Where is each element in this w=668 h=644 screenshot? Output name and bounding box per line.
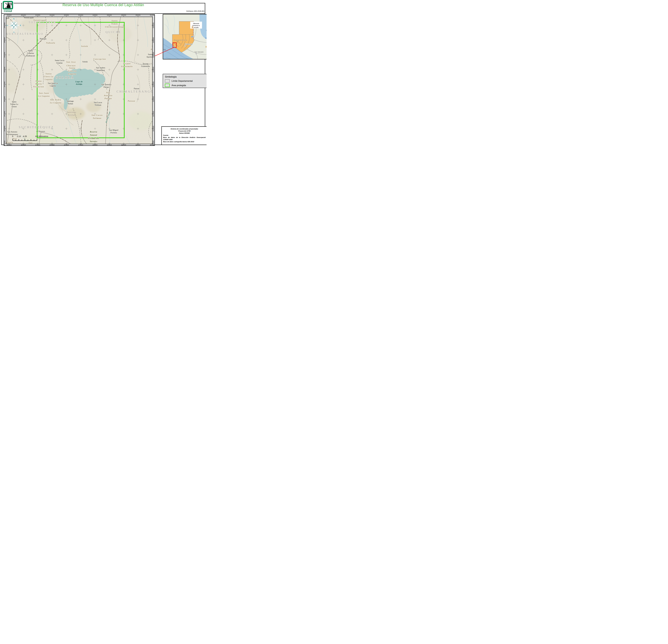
svg-text:440000: 440000 bbox=[121, 14, 126, 16]
svg-text:420000: 420000 bbox=[64, 14, 69, 16]
svg-text:1645000: 1645000 bbox=[153, 22, 154, 28]
legend-item-departmental-limit: Límite Departamental bbox=[165, 79, 207, 83]
department-label: QUICHÉ bbox=[105, 30, 121, 34]
municipality-label: Patzun bbox=[128, 100, 135, 102]
info-line: Sistema de coordenadas proyectadas bbox=[163, 128, 206, 130]
svg-text:Ho: Ho bbox=[206, 46, 207, 48]
svg-text:San Salvador: San Salvador bbox=[194, 51, 203, 53]
municipality-label: Sololá bbox=[81, 45, 88, 47]
svg-text:425000: 425000 bbox=[78, 14, 83, 16]
svg-text:resuelto: resuelto bbox=[194, 27, 199, 28]
department-label: SOLOLÁ bbox=[56, 76, 74, 79]
conap-monkey-icon bbox=[2, 1, 13, 10]
svg-text:410000: 410000 bbox=[35, 14, 40, 16]
svg-text:445000: 445000 bbox=[135, 144, 140, 146]
info-line: Base de datos cartografía básica IGN 201… bbox=[163, 141, 206, 143]
inset-locator-map: GuatemalaGuatemalaSan SalvadorHoBGuHond7… bbox=[163, 14, 207, 59]
conap-logo-text: CONAP bbox=[2, 10, 14, 12]
legend-item-protected-area: Área protegida bbox=[165, 83, 207, 87]
svg-text:420000: 420000 bbox=[64, 144, 69, 146]
svg-text:1640000: 1640000 bbox=[4, 37, 5, 43]
town-label: Chicacao bbox=[37, 130, 45, 132]
municipality-label: SantaCruz LaLaguna bbox=[68, 67, 77, 75]
svg-text:1625000: 1625000 bbox=[4, 82, 5, 87]
town-label: Sololá bbox=[82, 61, 88, 63]
legend: Simbología Límite Departamental Área pro… bbox=[163, 74, 207, 88]
svg-text:Guatemala: Guatemala bbox=[185, 43, 193, 45]
svg-text:8.5 Kilómetros: 8.5 Kilómetros bbox=[35, 135, 48, 137]
town-label: Nahuala bbox=[40, 38, 46, 40]
svg-text:435000: 435000 bbox=[107, 144, 112, 146]
department-label: TOTONICAPÁN bbox=[28, 21, 56, 24]
svg-text:1645000: 1645000 bbox=[4, 22, 5, 28]
svg-text:1630000: 1630000 bbox=[153, 67, 154, 73]
svg-text:415000: 415000 bbox=[49, 14, 55, 16]
info-line: Datum WGS84 bbox=[163, 132, 206, 134]
svg-text:435000: 435000 bbox=[107, 14, 112, 16]
svg-text:E: E bbox=[20, 24, 21, 27]
svg-text:4.25: 4.25 bbox=[23, 135, 27, 137]
municipality-label: San bbox=[13, 138, 17, 140]
svg-text:721: 721 bbox=[163, 49, 166, 50]
main-map: TOTONICAPÁNQUETZALTENANGOQUICHÉSOLOLÁCHI… bbox=[4, 14, 155, 146]
svg-text:415000: 415000 bbox=[49, 144, 55, 146]
svg-text:1640000: 1640000 bbox=[153, 37, 154, 43]
page-title: Reserva de Uso Multiple Cuenca del Lago … bbox=[27, 3, 180, 7]
svg-text:Guatemala: Guatemala bbox=[174, 39, 187, 41]
legend-title: Simbología bbox=[165, 76, 207, 78]
svg-text:B: B bbox=[192, 26, 194, 28]
svg-text:1605000: 1605000 bbox=[153, 141, 154, 146]
svg-text:S: S bbox=[13, 31, 15, 33]
header-divider bbox=[1, 13, 205, 14]
info-line: Fuente: bbox=[163, 134, 206, 136]
document-id: DAGeos-335-2026-BS bbox=[186, 10, 204, 12]
svg-text:0: 0 bbox=[12, 135, 13, 137]
svg-text:1615000: 1615000 bbox=[153, 111, 154, 117]
map-document: CONAP Reserva de Uso Multiple Cuenca del… bbox=[0, 0, 207, 146]
svg-text:450000: 450000 bbox=[150, 14, 155, 16]
svg-text:1610000: 1610000 bbox=[4, 126, 5, 131]
svg-text:405000: 405000 bbox=[21, 144, 26, 146]
svg-text:410000: 410000 bbox=[35, 144, 40, 146]
info-line: Base de datos de la Dirección Análisis G… bbox=[163, 136, 206, 139]
svg-text:430000: 430000 bbox=[93, 14, 97, 16]
svg-text:1605000: 1605000 bbox=[4, 141, 5, 146]
municipality-label: San bbox=[29, 142, 33, 144]
svg-text:1630000: 1630000 bbox=[4, 67, 5, 73]
town-label: Patzun bbox=[134, 88, 139, 90]
svg-text:1635000: 1635000 bbox=[4, 52, 5, 58]
svg-text:400000: 400000 bbox=[7, 14, 12, 16]
protected-area-swatch bbox=[165, 83, 170, 87]
svg-text:Gu: Gu bbox=[206, 30, 207, 31]
conap-logo: CONAP bbox=[2, 1, 14, 13]
svg-text:425000: 425000 bbox=[78, 144, 83, 146]
svg-text:440000: 440000 bbox=[121, 144, 126, 146]
svg-text:O: O bbox=[6, 25, 8, 27]
municipality-label: Totonicapán bbox=[33, 19, 47, 21]
department-label: CHIMALTENANGO bbox=[117, 90, 154, 93]
municipality-label: Nahuala bbox=[46, 42, 55, 44]
svg-text:N: N bbox=[13, 18, 15, 20]
coordinate-system-info-box: Sistema de coordenadas proyectadasProyec… bbox=[162, 126, 207, 145]
svg-text:430000: 430000 bbox=[93, 144, 97, 146]
svg-text:400000: 400000 bbox=[7, 144, 12, 146]
svg-text:1625000: 1625000 bbox=[153, 82, 154, 87]
info-line: CONAP 2026 bbox=[163, 139, 206, 141]
svg-text:Hond: Hond bbox=[206, 37, 207, 39]
svg-text:405000: 405000 bbox=[21, 14, 26, 16]
departmental-limit-swatch bbox=[165, 79, 170, 83]
department-label: QUETZALTENANGO bbox=[6, 32, 44, 35]
svg-text:1620000: 1620000 bbox=[4, 96, 5, 102]
map-content: TOTONICAPÁNQUETZALTENANGOQUICHÉSOLOLÁCHI… bbox=[4, 14, 155, 146]
info-line: Proyección GTM bbox=[163, 130, 206, 132]
svg-text:territorial no: territorial no bbox=[192, 25, 200, 26]
svg-text:445000: 445000 bbox=[135, 14, 140, 16]
svg-text:2.13: 2.13 bbox=[17, 135, 21, 137]
svg-text:1620000: 1620000 bbox=[153, 96, 154, 102]
svg-text:Diferendo: Diferendo bbox=[193, 23, 199, 24]
svg-text:1615000: 1615000 bbox=[4, 111, 5, 117]
svg-text:1635000: 1635000 bbox=[153, 52, 154, 58]
svg-text:1610000: 1610000 bbox=[153, 126, 154, 131]
municipality-label: Concepcion bbox=[93, 58, 106, 60]
department-label: SUCHITEPÉQUEZ bbox=[19, 126, 54, 129]
